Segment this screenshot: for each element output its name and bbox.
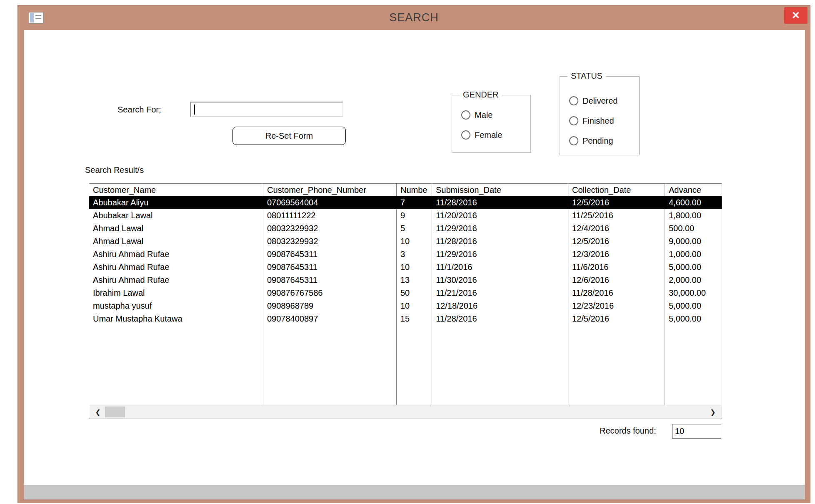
scroll-left-button[interactable]: ❮	[91, 405, 105, 419]
radio-button-icon	[569, 116, 578, 125]
table-cell: 090876767586	[263, 287, 397, 299]
table-cell: 12/5/2016	[568, 235, 665, 248]
table-cell: 1,800.00	[665, 209, 722, 222]
table-cell: 5,000.00	[665, 261, 722, 274]
table-cell: 09087645311	[263, 261, 397, 274]
radio-option-finished[interactable]: Finished	[569, 115, 639, 127]
status-legend: STATUS	[568, 71, 606, 81]
table-cell: 11/28/2016	[432, 312, 568, 325]
results-listbox: Customer_NameCustomer_Phone_NumberNumbeS…	[89, 183, 722, 419]
table-cell: Ashiru Ahmad Rufae	[89, 274, 263, 287]
table-cell: 5,000.00	[665, 299, 722, 312]
table-cell: 5	[397, 222, 432, 235]
table-cell: 08011111222	[263, 209, 397, 222]
table-cell: 13	[397, 274, 432, 287]
listbox-rows: Abubakar Aliyu07069564004711/28/201612/5…	[89, 196, 722, 325]
table-row[interactable]: Ahmad Lawal08032329932511/29/201612/4/20…	[89, 222, 722, 235]
table-filler-cell	[89, 325, 263, 405]
scroll-right-icon: ❯	[710, 408, 715, 416]
text-caret	[194, 105, 195, 115]
radio-option-male[interactable]: Male	[461, 109, 530, 121]
table-cell: 09078400897	[263, 312, 397, 325]
horizontal-scrollbar[interactable]: ❮ ❯	[89, 405, 722, 419]
status-group: STATUS DeliveredFinishedPending	[560, 76, 640, 155]
table-cell: 08032329932	[263, 235, 397, 248]
radio-option-label: Male	[475, 110, 492, 120]
records-found-input[interactable]	[672, 424, 721, 439]
table-row[interactable]: Ashiru Ahmad Rufae09087645311311/29/2016…	[89, 248, 722, 261]
table-row[interactable]: Ibrahim Lawal0908767675865011/21/201611/…	[89, 287, 722, 299]
table-cell: 09087645311	[263, 274, 397, 287]
scroll-right-button[interactable]: ❯	[706, 405, 720, 419]
scroll-left-icon: ❮	[95, 408, 100, 416]
listbox-empty-area	[89, 325, 722, 405]
radio-option-label: Pending	[582, 136, 613, 146]
table-cell: Ahmad Lawal	[89, 222, 263, 235]
table-row[interactable]: Umar Mustapha Kutawa090784008971511/28/2…	[89, 312, 722, 325]
table-cell: 0908968789	[263, 299, 397, 312]
content-area: Search For; Re-Set Form GENDER MaleFemal…	[24, 30, 805, 499]
table-cell: Abubakar Lawal	[89, 209, 263, 222]
column-header-submission_date: Submission_Date	[432, 184, 568, 196]
table-cell: Abubakar Aliyu	[89, 196, 263, 209]
table-cell: 15	[397, 312, 432, 325]
table-row[interactable]: Abubakar Aliyu07069564004711/28/201612/5…	[89, 196, 722, 209]
column-header-customer_phone_number: Customer_Phone_Number	[263, 184, 397, 196]
titlebar: SEARCH ✕	[18, 5, 810, 30]
table-cell: Ibrahim Lawal	[89, 287, 263, 299]
listbox-header: Customer_NameCustomer_Phone_NumberNumbeS…	[89, 184, 722, 196]
table-cell: 10	[397, 299, 432, 312]
table-row[interactable]: Ahmad Lawal080323299321011/28/201612/5/2…	[89, 235, 722, 248]
table-cell: 12/5/2016	[568, 312, 665, 325]
gender-options: MaleFemale	[452, 95, 530, 141]
table-cell: 12/3/2016	[568, 248, 665, 261]
close-button[interactable]: ✕	[784, 7, 808, 24]
table-cell: 11/25/2016	[568, 209, 665, 222]
table-row[interactable]: mustapha yusuf09089687891012/18/201612/2…	[89, 299, 722, 312]
table-row[interactable]: Ashiru Ahmad Rufae090876453111011/1/2016…	[89, 261, 722, 274]
table-filler-cell	[432, 325, 568, 405]
table-row[interactable]: Ashiru Ahmad Rufae090876453111311/30/201…	[89, 274, 722, 287]
radio-button-icon	[461, 110, 470, 120]
table-cell: 08032329932	[263, 222, 397, 235]
results-label: Search Result/s	[85, 165, 144, 175]
table-cell: 7	[397, 196, 432, 209]
form-icon[interactable]	[29, 12, 44, 24]
table-cell: 50	[397, 287, 432, 299]
table-cell: 09087645311	[263, 248, 397, 261]
table-row[interactable]: Abubakar Lawal08011111222911/20/201611/2…	[89, 209, 722, 222]
table-cell: Umar Mustapha Kutawa	[89, 312, 263, 325]
table-cell: 30,000.00	[665, 287, 722, 299]
close-icon: ✕	[792, 10, 800, 20]
radio-option-delivered[interactable]: Delivered	[569, 95, 639, 107]
table-cell: 500.00	[665, 222, 722, 235]
table-cell: 10	[397, 235, 432, 248]
column-header-collection_date: Collection_Date	[568, 184, 665, 196]
window-title: SEARCH	[389, 11, 439, 24]
radio-option-female[interactable]: Female	[461, 129, 530, 141]
table-cell: 07069564004	[263, 196, 397, 209]
radio-option-pending[interactable]: Pending	[569, 135, 639, 147]
scrollbar-thumb[interactable]	[105, 407, 125, 417]
table-cell: 11/20/2016	[432, 209, 568, 222]
table-cell: 12/5/2016	[568, 196, 665, 209]
table-cell: 9,000.00	[665, 235, 722, 248]
radio-button-icon	[569, 96, 578, 105]
radio-button-icon	[569, 136, 578, 145]
status-options: DeliveredFinishedPending	[560, 77, 639, 147]
table-cell: 3	[397, 248, 432, 261]
table-cell: 11/28/2016	[432, 196, 568, 209]
table-cell: 1,000.00	[665, 248, 722, 261]
column-header-numbe: Numbe	[397, 184, 432, 196]
table-cell: 12/6/2016	[568, 274, 665, 287]
table-cell: 12/4/2016	[568, 222, 665, 235]
table-cell: 11/30/2016	[432, 274, 568, 287]
gender-legend: GENDER	[460, 90, 502, 100]
gender-group: GENDER MaleFemale	[452, 95, 531, 153]
table-filler-cell	[397, 325, 432, 405]
table-filler-cell	[263, 325, 397, 405]
table-cell: Ashiru Ahmad Rufae	[89, 261, 263, 274]
search-input[interactable]	[190, 102, 343, 117]
table-cell: 11/29/2016	[432, 248, 568, 261]
reset-form-button[interactable]: Re-Set Form	[232, 127, 346, 145]
